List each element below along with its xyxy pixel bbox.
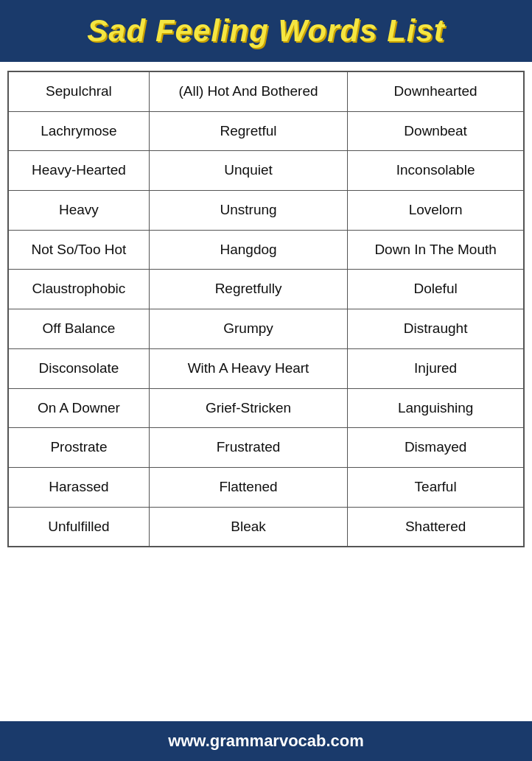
table-cell: Frustrated [149, 428, 347, 468]
table-cell: Sepulchral [8, 71, 149, 111]
table-cell: Heavy-Hearted [8, 151, 149, 191]
table-cell: Off Balance [8, 309, 149, 349]
table-row: Off BalanceGrumpyDistraught [8, 309, 524, 349]
table-cell: Claustrophobic [8, 270, 149, 309]
page-title: Sad Feeling Words List [7, 13, 525, 49]
table-cell: Harassed [8, 467, 149, 507]
table-cell: Regretful [149, 111, 347, 151]
table-row: HarassedFlattenedTearful [8, 467, 524, 507]
table-row: UnfulfilledBleakShattered [8, 507, 524, 547]
table-cell: Bleak [149, 507, 347, 547]
page-footer: www.grammarvocab.com [0, 721, 532, 761]
table-cell: Grumpy [149, 309, 347, 349]
table-cell: Downbeat [348, 111, 524, 151]
table-cell: Shattered [348, 507, 524, 547]
page-header: Sad Feeling Words List [0, 0, 532, 62]
table-cell: Inconsolable [348, 151, 524, 191]
table-cell: Prostrate [8, 428, 149, 468]
table-row: DisconsolateWith A Heavy HeartInjured [8, 348, 524, 388]
table-cell: Flattened [149, 467, 347, 507]
table-cell: Regretfully [149, 270, 347, 309]
table-cell: Unfulfilled [8, 507, 149, 547]
table-cell: Downhearted [348, 71, 524, 111]
table-row: LachrymoseRegretfulDownbeat [8, 111, 524, 151]
table-cell: With A Heavy Heart [149, 348, 347, 388]
table-cell: Hangdog [149, 230, 347, 270]
table-row: ClaustrophobicRegretfullyDoleful [8, 270, 524, 309]
table-row: ProstrateFrustratedDismayed [8, 428, 524, 468]
table-cell: Doleful [348, 270, 524, 309]
table-cell: Not So/Too Hot [8, 230, 149, 270]
table-cell: Dismayed [348, 428, 524, 468]
table-cell: (All) Hot And Bothered [149, 71, 347, 111]
table-row: Heavy-HeartedUnquietInconsolable [8, 151, 524, 191]
table-cell: Injured [348, 348, 524, 388]
table-cell: Distraught [348, 309, 524, 349]
table-cell: Unquiet [149, 151, 347, 191]
table-cell: Heavy [8, 191, 149, 231]
footer-url: www.grammarvocab.com [168, 732, 364, 750]
table-cell: Languishing [348, 388, 524, 428]
table-row: HeavyUnstrungLovelorn [8, 191, 524, 231]
words-table: Sepulchral(All) Hot And BotheredDownhear… [7, 71, 525, 547]
table-cell: Down In The Mouth [348, 230, 524, 270]
table-cell: Lovelorn [348, 191, 524, 231]
table-cell: Disconsolate [8, 348, 149, 388]
table-cell: Lachrymose [8, 111, 149, 151]
table-cell: Grief-Stricken [149, 388, 347, 428]
table-row: On A DownerGrief-StrickenLanguishing [8, 388, 524, 428]
table-wrapper: Sepulchral(All) Hot And BotheredDownhear… [0, 62, 532, 721]
table-row: Sepulchral(All) Hot And BotheredDownhear… [8, 71, 524, 111]
table-row: Not So/Too HotHangdogDown In The Mouth [8, 230, 524, 270]
table-cell: Unstrung [149, 191, 347, 231]
table-cell: On A Downer [8, 388, 149, 428]
table-cell: Tearful [348, 467, 524, 507]
